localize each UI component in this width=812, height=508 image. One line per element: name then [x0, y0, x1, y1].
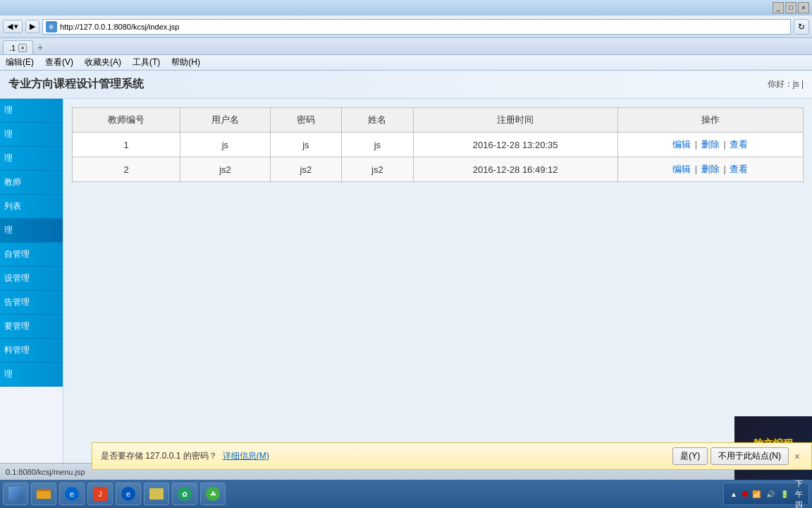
password-yes-btn[interactable]: 是(Y)	[672, 447, 708, 465]
address-bar: ⊕ http://127.0.0.1:8080/kcsj/index.jsp	[42, 19, 791, 35]
clock-display: 下午 四	[793, 478, 804, 509]
action-sep-2: |	[723, 139, 725, 150]
ie2-icon: e	[121, 487, 135, 501]
action-sep-2: |	[723, 164, 725, 174]
tray-sound: 🔊	[765, 488, 776, 500]
sidebar-item-device-manage[interactable]: 设管理	[0, 267, 63, 291]
maximize-btn[interactable]: □	[785, 2, 796, 13]
cell-username: js2	[180, 157, 270, 182]
sidebar-item-material-manage[interactable]: 料管理	[0, 339, 63, 363]
col-header-actions: 操作	[617, 108, 803, 133]
password-bar-right: 是(Y) 不用于此站点(N) ×	[672, 447, 803, 465]
view-action-link[interactable]: 查看	[730, 139, 748, 150]
taskbar-ie[interactable]: e	[59, 483, 85, 505]
col-header-regtime: 注册时间	[413, 108, 617, 133]
leaf-icon: ☘	[206, 487, 220, 501]
password-detail-link[interactable]: 详细信息(M)	[223, 450, 269, 462]
cell-regtime: 2016-12-28 16:49:12	[413, 157, 617, 182]
back-arrow: ▾	[14, 22, 18, 31]
user-info: 你好：js |	[768, 78, 804, 90]
table-row: 2 js2 js2 js2 2016-12-28 16:49:12 编辑 | 删…	[73, 157, 804, 182]
sidebar-item-12[interactable]: 理	[0, 363, 63, 387]
cell-password: js2	[270, 157, 342, 182]
forward-btn[interactable]: ▶	[25, 20, 39, 33]
taskbar: e J e ✿ ☘ ▲ 📶 🔊 🔋 下午 四	[0, 480, 812, 508]
menu-favorites[interactable]: 收藏夹(A)	[82, 55, 124, 70]
new-tab-btn[interactable]: +	[33, 40, 47, 54]
delete-action-link[interactable]: 删除	[701, 164, 720, 174]
menu-tools[interactable]: 工具(T)	[130, 55, 163, 70]
page-content: 专业方向课程设计管理系统 你好：js | 理 理 理 教师 列表 理 自管理 设…	[0, 71, 812, 463]
edit-action-link[interactable]: 编辑	[672, 164, 691, 174]
nav-bar: ◀ ▾ ▶ ⊕ http://127.0.0.1:8080/kcsj/index…	[0, 16, 812, 38]
minimize-btn[interactable]: _	[773, 2, 784, 13]
delete-action-link[interactable]: 删除	[701, 139, 720, 150]
java-icon: J	[93, 487, 107, 501]
sidebar-item-teacher[interactable]: 教师	[0, 171, 63, 195]
close-btn[interactable]: ×	[798, 2, 809, 13]
password-bar-left: 是否要存储 127.0.0.1 的密码？ 详细信息(M)	[101, 450, 269, 462]
sidebar-item-1[interactable]: 理	[0, 99, 63, 123]
tab-close-btn[interactable]: ×	[18, 44, 27, 52]
page-header: 专业方向课程设计管理系统 你好：js |	[0, 71, 812, 99]
action-sep-1: |	[695, 139, 697, 150]
back-btn[interactable]: ◀ ▾	[3, 20, 23, 33]
cell-id: 2	[73, 157, 180, 182]
menu-view[interactable]: 查看(V)	[42, 55, 76, 70]
action-sep-1: |	[695, 164, 697, 174]
password-no-btn[interactable]: 不用于此站点(N)	[710, 447, 789, 465]
col-header-id: 教师编号	[73, 108, 180, 133]
sidebar-item-list[interactable]: 列表	[0, 195, 63, 219]
taskbar-tray: ▲ 📶 🔊 🔋 下午 四	[723, 483, 809, 505]
taskbar-green[interactable]: ✿	[172, 483, 197, 505]
address-text[interactable]: http://127.0.0.1:8080/kcsj/index.jsp	[60, 23, 179, 31]
browser-tab[interactable]: .1 ×	[3, 40, 33, 54]
refresh-btn[interactable]: ↻	[794, 19, 809, 35]
tab-bar: .1 × +	[0, 38, 812, 55]
col-header-password: 密码	[270, 108, 342, 133]
clock-date: 四	[793, 500, 804, 509]
col-header-name: 姓名	[342, 108, 414, 133]
title-bar: _ □ ×	[0, 0, 812, 16]
taskbar-files[interactable]	[144, 483, 169, 505]
cell-username: js	[180, 133, 270, 157]
cell-name: js2	[342, 157, 414, 182]
sidebar-item-3[interactable]: 理	[0, 147, 63, 171]
sidebar-item-report-manage[interactable]: 告管理	[0, 291, 63, 315]
cell-actions: 编辑 | 删除 | 查看	[617, 157, 803, 182]
sidebar-item-self-manage[interactable]: 自管理	[0, 243, 63, 267]
start-icon	[8, 487, 23, 501]
taskbar-leaf[interactable]: ☘	[200, 483, 226, 505]
sidebar-item-active[interactable]: 理	[0, 219, 63, 243]
sidebar-item-req-manage[interactable]: 要管理	[0, 315, 63, 339]
sidebar: 理 理 理 教师 列表 理 自管理 设管理 告管理 要管理 料管理 理	[0, 99, 63, 463]
menu-edit[interactable]: 编辑(E)	[3, 55, 37, 70]
taskbar-java[interactable]: J	[87, 483, 113, 505]
sidebar-item-2[interactable]: 理	[0, 123, 63, 147]
password-bar-text: 是否要存储 127.0.0.1 的密码？	[101, 450, 217, 462]
clock-time: 下午	[793, 478, 804, 500]
back-icon: ◀	[7, 22, 13, 31]
green-icon: ✿	[178, 487, 192, 501]
tray-up-arrow: ▲	[728, 488, 739, 500]
cell-regtime: 2016-12-28 13:20:35	[413, 133, 617, 157]
tray-dot-red	[742, 491, 748, 497]
menu-help[interactable]: 帮助(H)	[168, 55, 203, 70]
tab-label: .1	[9, 44, 16, 52]
password-close-btn[interactable]: ×	[792, 451, 803, 462]
tray-clock: 下午 四	[793, 488, 804, 500]
cell-actions: 编辑 | 删除 | 查看	[617, 133, 803, 157]
taskbar-start[interactable]	[3, 483, 28, 505]
page-icon: ⊕	[46, 21, 57, 32]
cell-id: 1	[73, 133, 180, 157]
content-area: 教师编号 用户名 密码 姓名 注册时间 操作 1 js js js 2016-1…	[63, 99, 812, 463]
table-row: 1 js js js 2016-12-28 13:20:35 编辑 | 删除 |…	[73, 133, 804, 157]
ie-icon: e	[65, 487, 79, 501]
edit-action-link[interactable]: 编辑	[672, 139, 691, 150]
view-action-link[interactable]: 查看	[730, 164, 748, 174]
forward-icon: ▶	[30, 22, 35, 31]
tray-battery: 🔋	[779, 488, 790, 500]
data-table: 教师编号 用户名 密码 姓名 注册时间 操作 1 js js js 2016-1…	[72, 107, 804, 182]
taskbar-folder[interactable]	[31, 483, 56, 505]
taskbar-ie2[interactable]: e	[116, 483, 141, 505]
